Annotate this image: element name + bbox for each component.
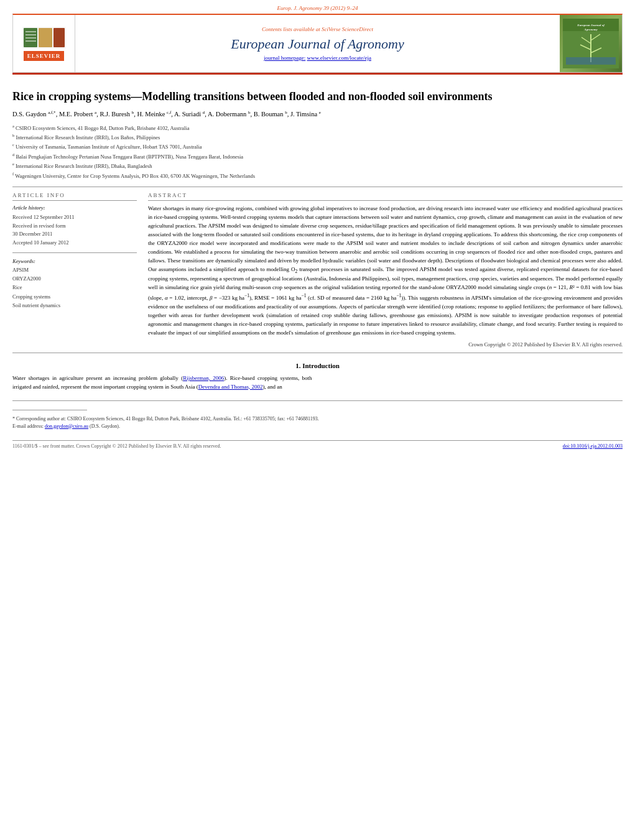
divider-1: [12, 187, 623, 187]
article-info-col: ARTICLE INFO Article history: Received 1…: [12, 192, 137, 348]
affiliation-e: e International Rice Research Institute …: [12, 161, 623, 170]
header-inner: ELSEVIER Contents lists available at Sci…: [12, 14, 623, 73]
bottom-doi[interactable]: doi:10.1016/j.eja.2012.01.003: [563, 443, 623, 449]
svg-rect-2: [39, 28, 52, 47]
svg-text:Agronomy: Agronomy: [583, 28, 598, 31]
journal-header: Europ. J. Agronomy 39 (2012) 9–24: [0, 0, 635, 73]
keywords-list: APSIM ORYZA2000 Rice Cropping systems So…: [12, 265, 137, 310]
article-body: ARTICLE INFO Article history: Received 1…: [12, 192, 623, 348]
affiliation-d: d Balai Pengkajian Technology Pertanian …: [12, 152, 623, 161]
abstract-col: ABSTRACT Water shortages in many rice-gr…: [148, 192, 623, 348]
intro-text-left: Water shortages in agriculture present a…: [12, 374, 312, 392]
email-label: E-mail address:: [12, 423, 44, 429]
footnote-divider: [12, 410, 87, 410]
elsevier-logo-area: ELSEVIER: [13, 15, 75, 72]
copyright-line: Crown Copyright © 2012 Published by Else…: [148, 341, 623, 348]
page: Europ. J. Agronomy 39 (2012) 9–24: [0, 0, 635, 840]
bottom-issn: 1161-0301/$ – see front matter. Crown Co…: [12, 443, 221, 449]
article-received: Received 12 September 2011 Received in r…: [12, 213, 137, 247]
authors-line: D.S. Gaydon a,f,*, M.E. Probert a, R.J. …: [12, 109, 623, 119]
divider-2: [12, 353, 623, 353]
section-1-title: 1. Introduction: [12, 362, 623, 369]
footnote-email-line: E-mail address: don.gaydon@csiro.au (D.S…: [12, 423, 623, 430]
keywords-label: Keywords:: [12, 258, 137, 264]
journal-title: European Journal of Agronomy: [231, 36, 404, 52]
main-content: Rice in cropping systems—Modelling trans…: [0, 75, 635, 455]
divider-keywords: [12, 252, 137, 253]
header-center: Contents lists available at SciVerse Sci…: [75, 15, 560, 72]
affiliation-c: c University of Tasmania, Tasmanian Inst…: [12, 142, 623, 151]
footnote-corresponding: * Corresponding author at: CSIRO Ecosyst…: [12, 415, 623, 423]
abstract-body: Water shortages in many rice-growing reg…: [148, 205, 623, 338]
affiliations: a CSIRO Ecosystem Sciences, 41 Boggo Rd,…: [12, 123, 623, 181]
authors-text: D.S. Gaydon a,f,*, M.E. Probert a, R.J. …: [12, 111, 321, 118]
journal-top-bar: Europ. J. Agronomy 39 (2012) 9–24: [12, 5, 623, 11]
bottom-bar-content: 1161-0301/$ – see front matter. Crown Co…: [12, 443, 623, 449]
ref-devendra[interactable]: Devendra and Thomas, 2002: [198, 384, 263, 390]
intro-body: Water shortages in agriculture present a…: [12, 374, 623, 392]
sciverse-link[interactable]: SciVerse ScienceDirect: [322, 26, 373, 32]
article-history-label: Article history:: [12, 205, 137, 211]
footnote-email-suffix: (D.S. Gaydon).: [90, 423, 120, 429]
svg-rect-15: [566, 57, 616, 65]
affiliation-f: f Wageningen University, Centre for Crop…: [12, 171, 623, 180]
intro-col-left: Water shortages in agriculture present a…: [12, 374, 312, 392]
elsevier-label: ELSEVIER: [24, 51, 65, 61]
svg-rect-3: [53, 28, 65, 47]
affiliation-a: a CSIRO Ecosystem Sciences, 41 Boggo Rd,…: [12, 123, 623, 132]
footnote-email-link[interactable]: don.gaydon@csiro.au: [45, 423, 88, 429]
article-title: Rice in cropping systems—Modelling trans…: [12, 90, 623, 104]
bottom-bar: 1161-0301/$ – see front matter. Crown Co…: [12, 440, 623, 449]
affiliation-b: b International Rice Research Institute …: [12, 132, 623, 142]
journal-homepage: journal homepage: www.elsevier.com/locat…: [264, 55, 371, 61]
homepage-link[interactable]: www.elsevier.com/locate/eja: [307, 55, 371, 61]
footnote-area: * Corresponding author at: CSIRO Ecosyst…: [12, 400, 623, 430]
article-info-label: ARTICLE INFO: [12, 192, 137, 201]
svg-text:European Journal of: European Journal of: [577, 24, 605, 27]
abstract-label: ABSTRACT: [148, 192, 623, 201]
sciverse-text: Contents lists available at SciVerse Sci…: [262, 26, 373, 32]
intro-col-right: [323, 374, 623, 392]
journal-logo-box: European Journal of Agronomy: [560, 15, 622, 72]
ref-rijsberman[interactable]: Rijsberman, 2006: [183, 375, 224, 381]
